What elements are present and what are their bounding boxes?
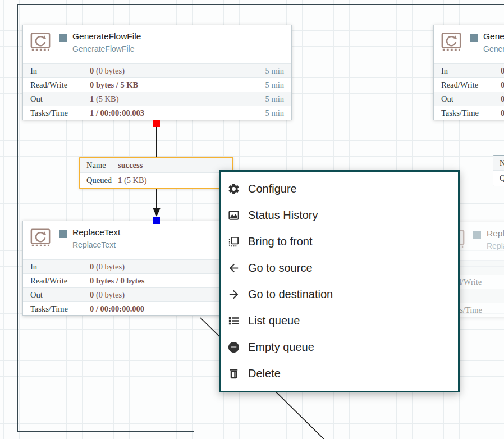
connection-start-handle[interactable] <box>153 120 160 127</box>
connection-name-value: success <box>118 161 143 170</box>
menu-item-label: Status History <box>248 209 318 222</box>
menu-item-bring-to-front[interactable]: Bring to front <box>221 228 458 255</box>
menu-item-label: Configure <box>248 182 297 195</box>
connection-label-copy[interactable]: Name success Queued 0 (0 bytes) <box>493 155 504 186</box>
connection-queued-key: Queued <box>500 173 504 183</box>
connection-label-success[interactable]: Name success Queued 1 (5 KB) <box>79 157 233 189</box>
nifi-flow-canvas[interactable]: GenerateFlowFile GenerateFlowFile In 0 (… <box>0 0 504 439</box>
menu-item-status-history[interactable]: Status History <box>221 202 458 228</box>
connection-queued-value: 1 (5 KB) <box>118 176 147 185</box>
menu-item-label: Bring to front <box>248 235 313 248</box>
list-icon <box>227 314 241 328</box>
menu-item-label: List queue <box>248 314 300 327</box>
connection-queued-row: Queued 0 (0 bytes) <box>493 171 504 186</box>
connection-name-row: Name success <box>493 156 504 171</box>
connection-end-handle[interactable] <box>153 217 160 224</box>
area-chart-icon <box>227 208 241 222</box>
connection-queued-key: Queued <box>86 176 118 185</box>
connection-arrowhead <box>153 208 161 217</box>
menu-item-label: Delete <box>248 367 281 380</box>
connection-queued-row: Queued 1 (5 KB) <box>80 173 232 188</box>
menu-item-empty-queue[interactable]: Empty queue <box>221 334 458 360</box>
trash-icon <box>227 367 241 381</box>
menu-item-configure[interactable]: Configure <box>221 176 458 202</box>
context-menu: Configure Status History Bring to front … <box>219 170 460 392</box>
connection-name-key: Name <box>500 158 504 168</box>
menu-item-label: Go to destination <box>248 288 333 301</box>
connection-name-key: Name <box>86 161 118 170</box>
minus-circle-icon <box>227 340 241 354</box>
menu-item-go-to-destination[interactable]: Go to destination <box>221 281 458 308</box>
arrow-left-icon <box>227 261 241 275</box>
bring-to-front-icon <box>227 235 241 249</box>
menu-item-label: Go to source <box>248 262 313 275</box>
menu-item-delete[interactable]: Delete <box>221 360 458 387</box>
menu-item-list-queue[interactable]: List queue <box>221 308 458 334</box>
gear-icon <box>227 182 241 196</box>
menu-item-label: Empty queue <box>248 341 314 354</box>
connection-name-row: Name success <box>80 158 232 173</box>
menu-item-go-to-source[interactable]: Go to source <box>221 255 458 281</box>
arrow-right-icon <box>227 287 241 301</box>
